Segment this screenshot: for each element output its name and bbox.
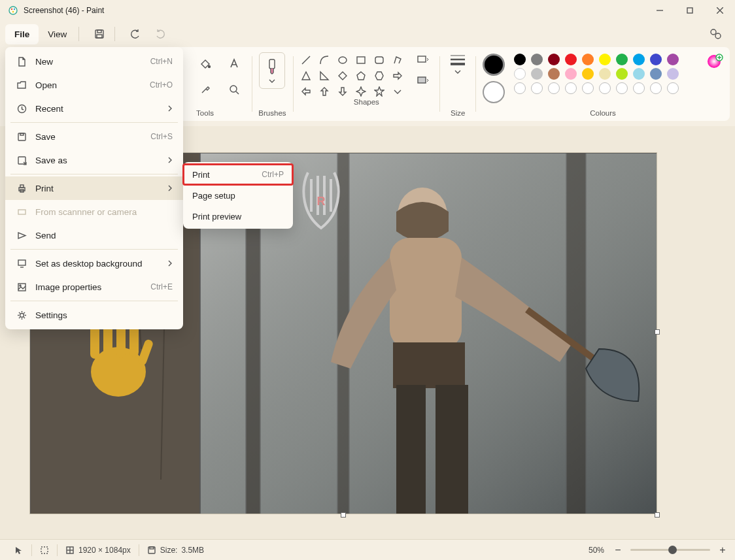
shape-star5[interactable] <box>373 85 386 98</box>
file-menu-properties[interactable]: Image properties Ctrl+E <box>5 275 183 299</box>
size-dropdown[interactable] <box>447 52 469 74</box>
swatch-empty[interactable] <box>650 82 662 94</box>
shape-hex[interactable] <box>373 69 386 82</box>
shape-line[interactable] <box>299 54 313 67</box>
swatch-empty[interactable] <box>514 82 526 94</box>
file-menu-new[interactable]: New Ctrl+N <box>5 50 183 73</box>
redo-button[interactable] <box>148 24 173 44</box>
selection-handle[interactable] <box>655 512 660 518</box>
swatch[interactable] <box>565 68 577 80</box>
file-menu-settings[interactable]: Settings <box>5 303 183 327</box>
zoom-thumb[interactable] <box>668 546 677 554</box>
swatch[interactable] <box>667 54 679 65</box>
file-menu-open[interactable]: Open Ctrl+O <box>5 73 183 97</box>
svg-rect-78 <box>41 547 48 553</box>
swatch[interactable] <box>616 54 628 65</box>
shape-outline-dropdown[interactable] <box>413 52 433 68</box>
swatch-empty[interactable] <box>531 82 543 94</box>
print-submenu-page-setup[interactable]: Page setup <box>183 185 293 206</box>
shape-star4[interactable] <box>354 85 368 98</box>
zoom-in-button[interactable]: + <box>717 544 728 556</box>
zoom-out-button[interactable]: − <box>612 544 624 556</box>
swatch[interactable] <box>531 68 543 80</box>
menu-view[interactable]: View <box>39 24 76 44</box>
shape-arrow-u[interactable] <box>318 85 331 98</box>
swatch[interactable] <box>599 68 611 80</box>
shape-pent[interactable] <box>354 69 368 82</box>
magnifier-tool[interactable] <box>223 78 245 101</box>
swatch[interactable] <box>548 54 560 65</box>
swatch-empty[interactable] <box>599 82 611 94</box>
text-tool[interactable] <box>223 52 245 74</box>
svg-text:R: R <box>317 195 326 208</box>
menu-file[interactable]: File <box>5 24 39 44</box>
print-submenu-print[interactable]: Print Ctrl+P <box>183 164 293 185</box>
shape-rect[interactable] <box>354 54 368 67</box>
save-quick-button[interactable] <box>87 24 112 44</box>
minimize-button[interactable] <box>645 0 675 21</box>
shape-tri[interactable] <box>299 69 313 82</box>
cursor-icon <box>14 546 24 555</box>
svg-rect-47 <box>566 153 586 514</box>
selection-handle[interactable] <box>341 512 346 518</box>
zoom-slider[interactable] <box>630 549 710 551</box>
colour-1[interactable] <box>483 54 505 76</box>
swatch[interactable] <box>514 68 526 80</box>
shape-polygon[interactable] <box>391 54 404 67</box>
file-menu-print[interactable]: Print <box>5 176 183 200</box>
swatch[interactable] <box>650 68 662 80</box>
colour-2[interactable] <box>483 81 505 103</box>
edit-colours-button[interactable] <box>706 54 723 71</box>
file-menu-recent[interactable]: Recent <box>5 97 183 120</box>
shape-arrow-d[interactable] <box>336 85 349 98</box>
svg-rect-17 <box>269 59 275 69</box>
swatch-empty[interactable] <box>548 82 560 94</box>
swatch[interactable] <box>650 54 662 65</box>
fill-tool[interactable] <box>194 52 216 74</box>
print-submenu-preview[interactable]: Print preview <box>183 206 293 227</box>
shape-arrow-r[interactable] <box>391 69 404 82</box>
svg-rect-83 <box>150 547 154 549</box>
colours-label: Colours <box>590 109 616 121</box>
swatch[interactable] <box>548 68 560 80</box>
shape-oval[interactable] <box>336 54 349 67</box>
swatch[interactable] <box>633 54 645 65</box>
picker-tool[interactable] <box>194 78 216 101</box>
file-menu-save[interactable]: Save Ctrl+S <box>5 125 183 148</box>
maximize-button[interactable] <box>675 0 705 21</box>
settings-icon[interactable] <box>701 22 730 46</box>
shape-more[interactable] <box>391 85 404 98</box>
swatch[interactable] <box>514 54 526 65</box>
swatch-empty[interactable] <box>633 82 645 94</box>
shape-curve[interactable] <box>318 54 331 67</box>
svg-line-18 <box>302 56 310 64</box>
swatch-empty[interactable] <box>565 82 577 94</box>
swatch[interactable] <box>616 68 628 80</box>
swatch[interactable] <box>599 54 611 65</box>
shape-fill-dropdown[interactable] <box>413 73 433 89</box>
dimensions-icon <box>65 546 75 555</box>
swatch[interactable] <box>565 54 577 65</box>
shape-roundrect[interactable] <box>373 54 386 67</box>
file-menu-send[interactable]: Send <box>5 223 183 247</box>
swatch[interactable] <box>667 68 679 80</box>
shape-diamond[interactable] <box>336 69 349 82</box>
shape-rtri[interactable] <box>318 69 331 82</box>
svg-rect-52 <box>436 385 468 514</box>
swatch[interactable] <box>633 68 645 80</box>
close-button[interactable] <box>705 0 735 21</box>
swatch-empty[interactable] <box>667 82 679 94</box>
file-menu-desktop-bg[interactable]: Set as desktop background <box>5 252 183 275</box>
swatch-empty[interactable] <box>616 82 628 94</box>
undo-button[interactable] <box>123 24 148 44</box>
chevron-right-icon <box>167 184 173 193</box>
selection-handle[interactable] <box>655 329 660 335</box>
swatch[interactable] <box>582 54 594 65</box>
swatch[interactable] <box>582 68 594 80</box>
file-menu-save-as[interactable]: Save as <box>5 148 183 172</box>
brushes-dropdown[interactable] <box>259 52 285 89</box>
swatch-empty[interactable] <box>582 82 594 94</box>
shape-arrow-l[interactable] <box>299 85 313 98</box>
swatch[interactable] <box>531 54 543 65</box>
svg-rect-10 <box>97 35 102 38</box>
